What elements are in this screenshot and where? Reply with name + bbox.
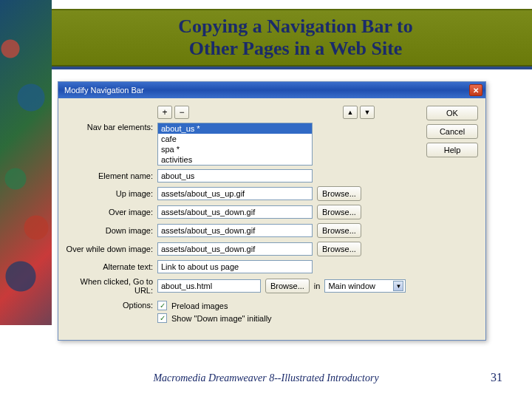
target-window-value: Main window — [328, 282, 375, 290]
preload-images-label: Preload images — [171, 301, 228, 310]
label-over-image: Over image: — [66, 208, 153, 216]
show-down-initially-label: Show "Down image" initially — [171, 314, 272, 323]
move-down-button[interactable]: ▼ — [360, 106, 375, 119]
cancel-button[interactable]: Cancel — [426, 124, 478, 139]
remove-element-button[interactable]: − — [174, 106, 189, 119]
plus-icon: + — [162, 107, 167, 117]
label-goto-url: When clicked, Go to URL: — [66, 277, 153, 295]
label-down-image: Down image: — [66, 226, 153, 235]
dialog-title: Modify Navigation Bar — [64, 86, 144, 95]
move-up-button[interactable]: ▲ — [343, 106, 358, 119]
label-nav-bar-elements: Nav bar elements: — [66, 123, 153, 132]
slide-title-line2: Other Pages in a Web Site — [189, 38, 403, 60]
label-in: in — [314, 282, 321, 290]
ok-button[interactable]: OK — [426, 106, 478, 120]
alternate-text-input[interactable] — [157, 260, 313, 273]
label-alternate-text: Alternate text: — [66, 262, 153, 271]
help-button[interactable]: Help — [426, 143, 478, 157]
dialog-titlebar: Modify Navigation Bar ✕ — [58, 82, 485, 98]
decorative-sidebar-art — [0, 0, 52, 325]
nav-elements-listbox[interactable]: about_us * cafe spa * activities — [157, 123, 313, 166]
browse-over-while-down-button[interactable]: Browse... — [317, 242, 361, 256]
goto-url-input[interactable] — [157, 279, 261, 293]
slide-title-line1: Copying a Navigation Bar to — [178, 16, 412, 38]
label-options: Options: — [66, 301, 153, 310]
list-item[interactable]: cafe — [158, 134, 312, 144]
browse-over-image-button[interactable]: Browse... — [317, 205, 361, 219]
close-icon: ✕ — [473, 86, 479, 95]
slide-title: Copying a Navigation Bar to Other Pages … — [81, 4, 510, 71]
close-button[interactable]: ✕ — [469, 84, 482, 96]
label-over-while-down: Over while down image: — [66, 245, 153, 253]
down-arrow-icon: ▼ — [364, 109, 371, 116]
chevron-down-icon: ▼ — [393, 281, 403, 291]
up-image-input[interactable] — [157, 187, 313, 200]
page-number: 31 — [491, 371, 502, 384]
preload-images-checkbox[interactable]: ✓ — [157, 301, 167, 310]
list-item[interactable]: activities — [158, 154, 312, 165]
list-item[interactable]: spa * — [158, 144, 312, 154]
minus-icon: − — [179, 107, 184, 117]
modify-navbar-dialog: Modify Navigation Bar ✕ + − ▲ ▼ — [58, 81, 486, 341]
show-down-initially-checkbox[interactable]: ✓ — [157, 313, 167, 323]
browse-up-image-button[interactable]: Browse... — [317, 186, 361, 201]
browse-url-button[interactable]: Browse... — [265, 279, 310, 293]
down-image-input[interactable] — [157, 224, 313, 237]
list-item[interactable]: about_us * — [158, 123, 312, 134]
add-element-button[interactable]: + — [157, 106, 172, 119]
browse-down-image-button[interactable]: Browse... — [317, 223, 361, 238]
up-arrow-icon: ▲ — [347, 109, 354, 116]
label-up-image: Up image: — [66, 189, 153, 198]
element-name-input[interactable] — [157, 169, 313, 183]
over-image-input[interactable] — [157, 205, 313, 219]
target-window-select[interactable]: Main window ▼ — [324, 279, 406, 293]
slide-footer: Macromedia Dreamweaver 8--Illustrated In… — [0, 372, 532, 384]
label-element-name: Element name: — [66, 171, 153, 180]
over-while-down-input[interactable] — [157, 242, 313, 256]
